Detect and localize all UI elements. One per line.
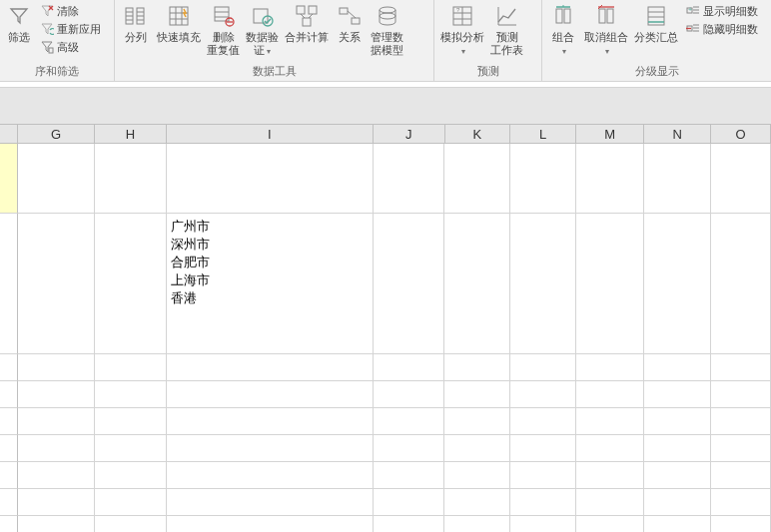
forecast-sheet-button[interactable]: 预测 工作表 xyxy=(487,2,526,57)
cell-G-5[interactable] xyxy=(18,435,95,462)
cell-I-5[interactable] xyxy=(167,435,374,462)
cell-K-1[interactable] xyxy=(444,214,510,354)
data-model-button[interactable]: 管理数 据模型 xyxy=(368,2,406,57)
cell-K-2[interactable] xyxy=(444,354,510,381)
cell-G-4[interactable] xyxy=(18,408,95,435)
cell-N-6[interactable] xyxy=(644,462,711,489)
hide-detail-button[interactable]: 隐藏明细数 xyxy=(681,20,762,38)
cell-G-2[interactable] xyxy=(18,354,95,381)
ungroup-button[interactable]: 取消组合 ▾ xyxy=(581,2,631,58)
cell-J-6[interactable] xyxy=(374,462,444,489)
cell-N-7[interactable] xyxy=(644,489,711,516)
group-button[interactable]: 组合 ▾ xyxy=(545,2,581,58)
cell-J-5[interactable] xyxy=(374,435,444,462)
cell-M-7[interactable] xyxy=(576,489,643,516)
cell-L-8[interactable] xyxy=(510,516,577,532)
column-header-I[interactable]: I xyxy=(167,124,374,144)
column-header-G[interactable]: G xyxy=(18,124,95,144)
cell-K-4[interactable] xyxy=(444,408,510,435)
cell-N-0[interactable] xyxy=(644,144,711,214)
cell-H-5[interactable] xyxy=(95,435,166,462)
cell-M-2[interactable] xyxy=(576,354,643,381)
cell-I-6[interactable] xyxy=(167,462,374,489)
cell-O-5[interactable] xyxy=(711,435,771,462)
cell-N-3[interactable] xyxy=(644,381,711,408)
cell-I-4[interactable] xyxy=(167,408,374,435)
cell-J-0[interactable] xyxy=(374,144,444,214)
cell-M-0[interactable] xyxy=(576,144,643,214)
subtotal-button[interactable]: 分类汇总 xyxy=(631,2,681,44)
cell-L-7[interactable] xyxy=(510,489,577,516)
cell-N-1[interactable] xyxy=(644,214,711,354)
cell-N-2[interactable] xyxy=(644,354,711,381)
cell-L-0[interactable] xyxy=(510,144,577,214)
cell-I-1[interactable]: 广州市 深州市 合肥市 上海市 香港 xyxy=(167,214,374,354)
cell-H-6[interactable] xyxy=(95,462,166,489)
cell-G-1[interactable] xyxy=(18,214,95,354)
cell-O-7[interactable] xyxy=(711,489,771,516)
cell-O-3[interactable] xyxy=(711,381,771,408)
cell-L-1[interactable] xyxy=(510,214,577,354)
cell-I-3[interactable] xyxy=(167,381,374,408)
cell-N-5[interactable] xyxy=(644,435,711,462)
cell-I-2[interactable] xyxy=(167,354,374,381)
cell-J-1[interactable] xyxy=(374,214,444,354)
cell-K-6[interactable] xyxy=(444,462,510,489)
cell-K-7[interactable] xyxy=(444,489,510,516)
cell-G-8[interactable] xyxy=(18,516,95,532)
column-header-K[interactable]: K xyxy=(445,124,510,144)
clear-filter-button[interactable]: 清除 xyxy=(35,2,105,20)
cell-H-0[interactable] xyxy=(95,144,166,214)
cell-grid[interactable]: 广州市 深州市 合肥市 上海市 香港 xyxy=(0,144,771,532)
column-header-L[interactable]: L xyxy=(510,124,576,144)
data-validation-button[interactable]: 数据验 证▾ xyxy=(243,2,282,58)
cell-H-8[interactable] xyxy=(95,516,166,532)
cell-N-4[interactable] xyxy=(644,408,711,435)
consolidate-button[interactable]: 合并计算 xyxy=(282,2,332,44)
relationships-button[interactable]: 关系 xyxy=(332,2,368,44)
column-header-O[interactable]: O xyxy=(711,124,771,144)
cell-L-3[interactable] xyxy=(510,381,577,408)
cell-G-0[interactable] xyxy=(18,144,95,214)
cell-L-5[interactable] xyxy=(510,435,577,462)
reapply-filter-button[interactable]: 重新应用 xyxy=(35,20,105,38)
flash-fill-button[interactable]: 快速填充 xyxy=(154,2,204,44)
cell-G-3[interactable] xyxy=(18,381,95,408)
advanced-filter-button[interactable]: 高级 xyxy=(35,38,105,56)
cell-J-8[interactable] xyxy=(374,516,444,532)
cell-L-4[interactable] xyxy=(510,408,577,435)
cell-M-4[interactable] xyxy=(576,408,643,435)
cell-O-4[interactable] xyxy=(711,408,771,435)
column-header-H[interactable]: H xyxy=(95,124,166,144)
cell-G-7[interactable] xyxy=(18,489,95,516)
cell-M-6[interactable] xyxy=(576,462,643,489)
cell-K-0[interactable] xyxy=(444,144,510,214)
text-to-columns-button[interactable]: 分列 xyxy=(118,2,154,44)
cell-O-0[interactable] xyxy=(711,144,771,214)
cell-G-6[interactable] xyxy=(18,462,95,489)
cell-M-3[interactable] xyxy=(576,381,643,408)
cell-I-8[interactable] xyxy=(167,516,374,532)
column-header-M[interactable]: M xyxy=(576,124,643,144)
cell-I-7[interactable] xyxy=(167,489,374,516)
cell-M-8[interactable] xyxy=(576,516,643,532)
cell-O-2[interactable] xyxy=(711,354,771,381)
cell-H-4[interactable] xyxy=(95,408,166,435)
whatif-button[interactable]: ? 模拟分析 ▾ xyxy=(437,2,487,58)
cell-H-2[interactable] xyxy=(95,354,166,381)
cell-M-1[interactable] xyxy=(576,214,643,354)
cell-M-5[interactable] xyxy=(576,435,643,462)
cell-N-8[interactable] xyxy=(644,516,711,532)
cell-J-4[interactable] xyxy=(374,408,444,435)
cell-J-3[interactable] xyxy=(374,381,444,408)
cell-L-2[interactable] xyxy=(510,354,577,381)
cell-J-7[interactable] xyxy=(374,489,444,516)
show-detail-button[interactable]: + 显示明细数 xyxy=(681,2,762,20)
cell-H-1[interactable] xyxy=(95,214,166,354)
column-header-J[interactable]: J xyxy=(374,124,444,144)
cell-H-7[interactable] xyxy=(95,489,166,516)
column-header-N[interactable]: N xyxy=(644,124,711,144)
cell-K-3[interactable] xyxy=(444,381,510,408)
cell-I-0[interactable] xyxy=(167,144,374,214)
cell-O-1[interactable] xyxy=(711,214,771,354)
